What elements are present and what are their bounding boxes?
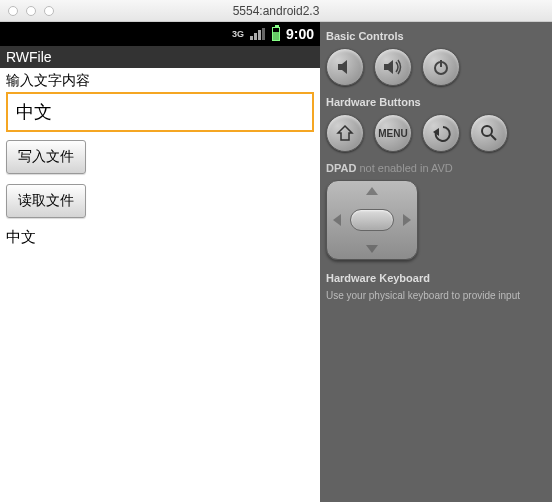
battery-icon — [272, 27, 280, 41]
back-icon — [431, 123, 451, 143]
dpad-disabled-note: not enabled in AVD — [359, 162, 452, 174]
svg-marker-4 — [338, 126, 352, 140]
svg-marker-1 — [384, 60, 393, 74]
svg-point-6 — [482, 126, 492, 136]
window-title: 5554:android2.3 — [0, 4, 552, 18]
dpad — [326, 180, 418, 260]
basic-controls-heading: Basic Controls — [326, 30, 546, 42]
volume-down-button[interactable] — [326, 48, 364, 86]
device-screen: 3G 9:00 RWFile 输入文字内容 写入文件 读取文件 中文 — [0, 22, 320, 502]
input-label: 输入文字内容 — [6, 72, 314, 90]
dpad-heading-row: DPAD not enabled in AVD — [326, 162, 546, 174]
dpad-left — [333, 214, 341, 226]
hardware-keyboard-heading: Hardware Keyboard — [326, 272, 546, 284]
status-bar: 3G 9:00 — [0, 22, 320, 46]
controls-panel: Basic Controls Hardware Buttons MENU — [320, 22, 552, 502]
back-button[interactable] — [422, 114, 460, 152]
output-text: 中文 — [6, 228, 314, 247]
dpad-up — [366, 187, 378, 195]
svg-marker-0 — [338, 60, 347, 74]
write-file-button[interactable]: 写入文件 — [6, 140, 86, 174]
home-button[interactable] — [326, 114, 364, 152]
network-type-icon: 3G — [232, 29, 244, 39]
hardware-keyboard-note: Use your physical keyboard to provide in… — [326, 290, 546, 301]
dpad-center — [350, 209, 394, 231]
read-file-button[interactable]: 读取文件 — [6, 184, 86, 218]
home-icon — [336, 124, 354, 142]
search-icon — [480, 124, 498, 142]
menu-button[interactable]: MENU — [374, 114, 412, 152]
mac-titlebar: 5554:android2.3 — [0, 0, 552, 22]
power-button[interactable] — [422, 48, 460, 86]
volume-up-icon — [382, 57, 404, 77]
svg-line-7 — [491, 135, 496, 140]
menu-label: MENU — [378, 128, 407, 139]
clock: 9:00 — [286, 26, 314, 42]
volume-down-icon — [335, 57, 355, 77]
hardware-buttons-heading: Hardware Buttons — [326, 96, 546, 108]
power-icon — [432, 58, 450, 76]
dpad-down — [366, 245, 378, 253]
volume-up-button[interactable] — [374, 48, 412, 86]
search-button[interactable] — [470, 114, 508, 152]
emulator-window: 5554:android2.3 3G 9:00 RWFile 输入文字内容 写入… — [0, 0, 552, 502]
app-title-bar: RWFile — [0, 46, 320, 68]
app-body: 输入文字内容 写入文件 读取文件 中文 — [0, 68, 320, 502]
dpad-right — [403, 214, 411, 226]
text-input[interactable] — [6, 92, 314, 132]
signal-icon — [250, 28, 266, 40]
dpad-heading: DPAD — [326, 162, 356, 174]
